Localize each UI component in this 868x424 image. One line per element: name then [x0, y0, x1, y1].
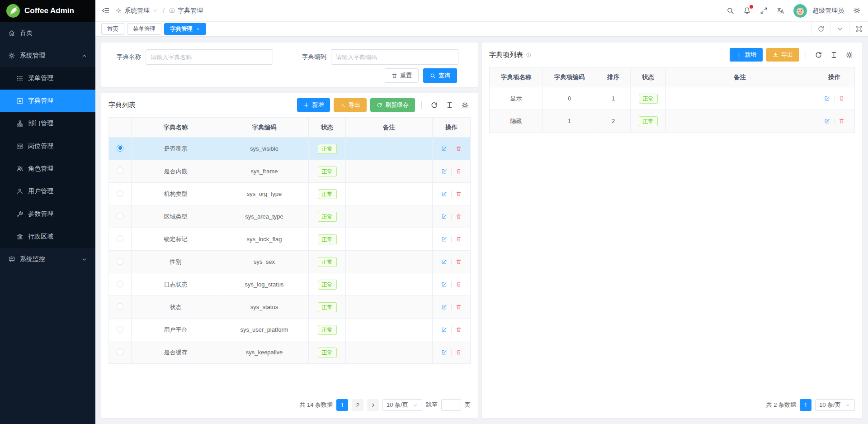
fullscreen-button[interactable] [760, 7, 768, 14]
table-row[interactable]: 性别 sys_sex 正常 [109, 251, 471, 273]
sidebar-item-system-monitor[interactable]: 系统监控 [0, 248, 95, 271]
delete-button[interactable] [456, 281, 462, 287]
refresh-table-button[interactable] [428, 99, 440, 111]
tab-home[interactable]: 首页 [101, 23, 124, 35]
tab-menu-management[interactable]: 菜单管理 [127, 23, 161, 35]
delete-button[interactable] [839, 118, 844, 124]
table-row[interactable]: 用户平台 sys_user_platform 正常 [109, 319, 471, 341]
sidebar-item-home[interactable]: 首页 [0, 22, 95, 44]
tab-dict-management[interactable]: 字典管理 [164, 23, 206, 35]
dict-code-input[interactable] [331, 49, 458, 65]
dict-name-input[interactable] [146, 49, 273, 65]
table-row[interactable]: 隐藏 1 2 正常 [490, 110, 855, 133]
reset-button[interactable]: 重置 [385, 68, 419, 83]
refresh-table-button[interactable] [812, 49, 824, 61]
username[interactable]: 超级管理员 [812, 7, 844, 15]
edit-button[interactable] [441, 191, 447, 197]
page-1-button[interactable]: 1 [336, 399, 348, 411]
sidebar-item-menu-management[interactable]: 菜单管理 [0, 67, 95, 90]
page-2-button[interactable]: 2 [352, 399, 363, 411]
sidebar-item-post-management[interactable]: 岗位管理 [0, 135, 95, 157]
row-radio[interactable] [117, 167, 123, 174]
row-density-button[interactable] [443, 99, 455, 111]
jump-page-input[interactable] [441, 399, 461, 411]
edit-button[interactable] [824, 118, 830, 124]
edit-button[interactable] [824, 95, 830, 101]
table-row[interactable]: 是否显示 sys_visible 正常 [109, 138, 471, 160]
delete-button[interactable] [456, 146, 462, 152]
table-row[interactable]: 区域类型 sys_area_type 正常 [109, 205, 471, 228]
export-dict-item-button[interactable]: 导出 [766, 48, 799, 62]
sidebar-item-dept-management[interactable]: 部门管理 [0, 112, 95, 135]
row-radio[interactable] [117, 190, 123, 197]
settings-button[interactable] [853, 7, 861, 14]
row-radio[interactable] [117, 348, 123, 355]
row-radio[interactable] [117, 303, 123, 310]
page-size-select[interactable]: 10 条/页 [382, 399, 422, 411]
page-1-button[interactable]: 1 [800, 399, 811, 411]
edit-button[interactable] [441, 214, 447, 219]
info-icon[interactable] [526, 52, 532, 58]
delete-button[interactable] [456, 168, 462, 174]
row-radio[interactable] [117, 145, 123, 152]
user-icon [16, 188, 24, 195]
table-row[interactable]: 是否内嵌 sys_frame 正常 [109, 160, 471, 183]
add-dict-item-button[interactable]: 新增 [730, 48, 763, 62]
language-button[interactable] [777, 7, 784, 14]
column-settings-button[interactable] [843, 49, 855, 61]
dict-list-title: 字典列表 [108, 101, 136, 110]
table-row[interactable]: 是否缓存 sys_keepalive 正常 [109, 341, 471, 364]
next-page-button[interactable] [367, 399, 379, 411]
delete-button[interactable] [456, 327, 462, 333]
global-search-button[interactable] [726, 7, 734, 14]
row-density-button[interactable] [828, 49, 840, 61]
edit-button[interactable] [441, 168, 447, 174]
sidebar-item-system-management[interactable]: 系统管理 [0, 44, 95, 67]
column-settings-button[interactable] [459, 99, 471, 111]
tab-options-button[interactable] [830, 22, 849, 36]
refresh-page-button[interactable] [811, 22, 830, 36]
content-fullscreen-button[interactable] [849, 22, 868, 36]
sidebar-item-user-management[interactable]: 用户管理 [0, 180, 95, 203]
sidebar-item-param-management[interactable]: 参数管理 [0, 203, 95, 225]
table-row[interactable]: 锁定标记 sys_lock_flag 正常 [109, 228, 471, 251]
trash-icon [456, 236, 462, 242]
sidebar-item-role-management[interactable]: 角色管理 [0, 157, 95, 180]
delete-button[interactable] [456, 236, 462, 242]
row-radio[interactable] [117, 213, 123, 219]
row-radio[interactable] [117, 235, 123, 242]
table-row[interactable]: 状态 sys_status 正常 [109, 296, 471, 319]
query-button[interactable]: 查询 [423, 68, 457, 83]
export-dict-button[interactable]: 导出 [334, 98, 367, 112]
table-row[interactable]: 显示 0 1 正常 [490, 87, 855, 110]
edit-button[interactable] [441, 146, 447, 152]
notifications-button[interactable] [743, 7, 751, 14]
edit-button[interactable] [441, 304, 447, 310]
delete-button[interactable] [456, 191, 462, 197]
add-dict-button[interactable]: 新增 [297, 98, 330, 112]
row-radio[interactable] [117, 281, 123, 287]
row-radio[interactable] [117, 258, 123, 265]
table-row[interactable]: 机构类型 sys_org_type 正常 [109, 183, 471, 205]
edit-button[interactable] [441, 236, 447, 242]
sidebar-item-dict-management[interactable]: 字典管理 [0, 90, 95, 112]
refresh-cache-button[interactable]: 刷新缓存 [370, 98, 415, 112]
edit-button[interactable] [441, 349, 447, 355]
row-radio[interactable] [117, 326, 123, 333]
sidebar-item-admin-region[interactable]: 行政区域 [0, 225, 95, 248]
edit-button[interactable] [441, 281, 447, 287]
breadcrumb-system-management[interactable]: 系统管理 [124, 7, 150, 15]
delete-button[interactable] [456, 259, 462, 265]
delete-button[interactable] [456, 304, 462, 310]
menu-fold-button[interactable] [102, 7, 109, 14]
user-avatar[interactable] [793, 4, 807, 18]
delete-button[interactable] [839, 95, 844, 101]
page-size-select[interactable]: 10 条/页 [815, 399, 855, 411]
app-logo[interactable]: Coffee Admin [0, 0, 95, 22]
delete-button[interactable] [456, 349, 462, 355]
table-row[interactable]: 日志状态 sys_log_status 正常 [109, 273, 471, 296]
close-icon[interactable] [196, 27, 200, 31]
edit-button[interactable] [441, 259, 447, 265]
edit-button[interactable] [441, 327, 447, 333]
delete-button[interactable] [456, 214, 462, 219]
